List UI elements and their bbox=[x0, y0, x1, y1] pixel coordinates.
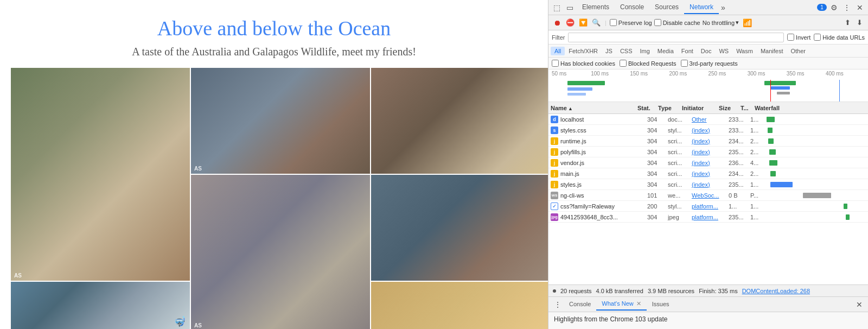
import-button[interactable]: ⬆ bbox=[842, 17, 853, 28]
table-row[interactable]: j styles.js 304 scri... (index) 235... 1… bbox=[548, 179, 868, 190]
has-blocked-cookies-checkbox[interactable] bbox=[552, 60, 559, 67]
blocked-requests-label[interactable]: Blocked Requests bbox=[620, 60, 676, 67]
network-toolbar: ⏺ ⛔ 🔽 🔍 | Preserve log Disable cache No … bbox=[548, 15, 868, 30]
bottom-menu-icon[interactable]: ⋮ bbox=[552, 299, 564, 311]
bottom-panel: ⋮ Console What's New ✕ Issues ✕ Highligh… bbox=[548, 296, 868, 329]
type-img[interactable]: Img bbox=[636, 47, 654, 55]
network-table-body: d localhost 304 doc... Other 233... 1...… bbox=[548, 114, 868, 284]
wifi-icon[interactable]: 📶 bbox=[741, 17, 753, 29]
disable-cache-checkbox[interactable] bbox=[654, 19, 661, 26]
tab-elements[interactable]: Elements bbox=[577, 1, 615, 14]
tab-console[interactable]: Console bbox=[615, 1, 649, 14]
page-title: Above and below the Ocean bbox=[0, 0, 548, 46]
preserve-log-label[interactable]: Preserve log bbox=[610, 19, 652, 26]
hide-data-checkbox[interactable] bbox=[814, 34, 821, 41]
cookie-filter-bar: Has blocked cookies Blocked Requests 3rd… bbox=[548, 58, 868, 69]
table-header: Name▲ Stat. Type Initiator Size T... Wat… bbox=[548, 102, 868, 114]
notification-badge[interactable]: 1 bbox=[817, 4, 827, 11]
finish-time: Finish: 335 ms bbox=[699, 288, 738, 294]
table-row[interactable]: j runtime.js 304 scri... (index) 234... … bbox=[548, 136, 868, 147]
has-blocked-cookies-label[interactable]: Has blocked cookies bbox=[552, 60, 615, 67]
col-header-time[interactable]: T... bbox=[741, 105, 755, 111]
third-party-requests-label[interactable]: 3rd-party requests bbox=[681, 60, 738, 67]
devtools-topbar: ⬚ ▭ Elements Console Sources Network » 1… bbox=[548, 0, 868, 15]
whats-new-close-icon[interactable]: ✕ bbox=[636, 300, 641, 307]
bottom-tab-console[interactable]: Console bbox=[564, 299, 596, 311]
timeline-bars bbox=[548, 78, 868, 100]
timeline[interactable]: 50 ms 100 ms 150 ms 200 ms 250 ms 300 ms… bbox=[548, 69, 868, 102]
col-header-waterfall[interactable]: Waterfall bbox=[755, 105, 866, 111]
col-header-initiator[interactable]: Initiator bbox=[682, 105, 719, 111]
type-wasm[interactable]: Wasm bbox=[732, 47, 757, 55]
table-row[interactable]: j main.js 304 scri... (index) 234... 2..… bbox=[548, 168, 868, 179]
image-manta: 🤿 bbox=[11, 282, 190, 329]
bottom-tab-whats-new[interactable]: What's New ✕ bbox=[596, 298, 646, 311]
search-button[interactable]: 🔍 bbox=[591, 17, 602, 28]
row-icon: j bbox=[551, 170, 558, 178]
timeline-ruler: 50 ms 100 ms 150 ms 200 ms 250 ms 300 ms… bbox=[548, 69, 868, 78]
settings-icon[interactable]: ⚙ bbox=[828, 2, 840, 14]
invert-checkbox[interactable] bbox=[787, 34, 794, 41]
tab-network[interactable]: Network bbox=[684, 1, 719, 14]
type-ws[interactable]: WS bbox=[715, 47, 732, 55]
preserve-log-checkbox[interactable] bbox=[610, 19, 617, 26]
tab-sources[interactable]: Sources bbox=[649, 1, 684, 14]
type-font[interactable]: Font bbox=[678, 47, 697, 55]
image-grid: AS AS AS 🤿 bbox=[0, 68, 548, 329]
image-iguana bbox=[371, 68, 548, 174]
bottom-tab-issues[interactable]: Issues bbox=[647, 299, 675, 311]
table-row[interactable]: ✓ css?family=Raleway 200 styl... platfor… bbox=[548, 201, 868, 212]
stop-button[interactable]: ⛔ bbox=[565, 17, 576, 28]
type-other[interactable]: Other bbox=[787, 47, 809, 55]
type-media[interactable]: Media bbox=[654, 47, 678, 55]
image-shark bbox=[371, 175, 548, 281]
col-header-status[interactable]: Stat. bbox=[637, 105, 658, 111]
table-row[interactable]: j vendor.js 304 scri... (index) 236... 4… bbox=[548, 157, 868, 168]
table-row[interactable]: jpg 49412593648_8cc3... 304 jpeg platfor… bbox=[548, 212, 868, 223]
row-icon: d bbox=[551, 116, 558, 123]
third-party-requests-checkbox[interactable] bbox=[681, 60, 688, 67]
table-row[interactable]: d localhost 304 doc... Other 233... 1... bbox=[548, 114, 868, 125]
bottom-content: Highlights from the Chrome 103 update bbox=[548, 312, 868, 329]
col-header-name[interactable]: Name▲ bbox=[551, 105, 637, 111]
disable-cache-label[interactable]: Disable cache bbox=[654, 19, 700, 26]
record-button[interactable]: ⏺ bbox=[552, 17, 563, 28]
red-line bbox=[770, 80, 771, 102]
table-row[interactable]: s styles.css 304 styl... (index) 233... … bbox=[548, 125, 868, 136]
requests-count: 20 requests bbox=[560, 288, 591, 294]
image-bottom bbox=[371, 282, 548, 329]
statusbar-dot[interactable] bbox=[553, 289, 556, 293]
statusbar: 20 requests 4.0 kB transferred 3.9 MB re… bbox=[548, 284, 868, 296]
filter-button[interactable]: 🔽 bbox=[578, 17, 589, 28]
close-bottom-panel-icon[interactable]: ✕ bbox=[854, 300, 865, 309]
invert-label[interactable]: Invert bbox=[787, 34, 811, 41]
hide-data-urls-label[interactable]: Hide data URLs bbox=[814, 34, 865, 41]
filter-bar: Filter Invert Hide data URLs bbox=[548, 30, 868, 45]
more-options-icon[interactable]: ⋮ bbox=[841, 2, 853, 14]
export-button[interactable]: ⬇ bbox=[854, 17, 865, 28]
transferred-size: 4.0 kB transferred bbox=[596, 288, 643, 294]
blocked-requests-checkbox[interactable] bbox=[620, 60, 627, 67]
row-icon: s bbox=[551, 126, 558, 134]
type-manifest[interactable]: Manifest bbox=[757, 47, 787, 55]
filter-label: Filter bbox=[552, 34, 565, 41]
table-row[interactable]: j polyfills.js 304 scri... (index) 235..… bbox=[548, 147, 868, 157]
row-icon: j bbox=[551, 181, 558, 188]
throttle-selector[interactable]: No throttling ▾ bbox=[703, 19, 739, 26]
inspect-icon[interactable]: ⬚ bbox=[551, 2, 563, 14]
close-devtools-icon[interactable]: ✕ bbox=[854, 2, 866, 14]
image-koala: AS bbox=[11, 68, 190, 281]
col-header-type[interactable]: Type bbox=[658, 105, 682, 111]
col-header-size[interactable]: Size bbox=[719, 105, 741, 111]
tab-more-icon[interactable]: » bbox=[719, 3, 727, 12]
domcontent-loaded[interactable]: DOMContentLoaded: 268 bbox=[742, 288, 810, 294]
table-row[interactable]: ws ng-cli-ws 101 we... WebSoc... 0 B P..… bbox=[548, 190, 868, 201]
type-js[interactable]: JS bbox=[602, 47, 616, 55]
type-doc[interactable]: Doc bbox=[697, 47, 716, 55]
filter-input[interactable] bbox=[568, 33, 783, 42]
device-icon[interactable]: ▭ bbox=[564, 2, 576, 14]
type-css[interactable]: CSS bbox=[616, 47, 636, 55]
type-all[interactable]: All bbox=[551, 47, 565, 55]
type-fetch[interactable]: Fetch/XHR bbox=[565, 47, 602, 55]
row-icon: j bbox=[551, 159, 558, 167]
